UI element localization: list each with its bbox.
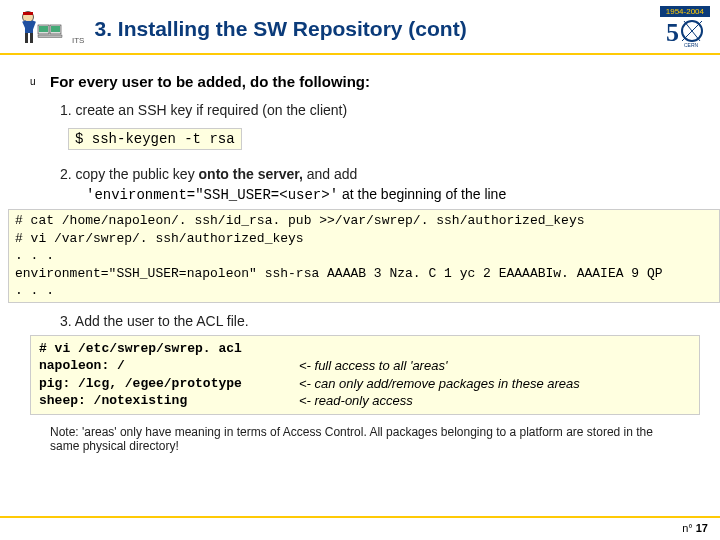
svg-rect-11 [38,35,62,38]
step-2-code: # cat /home/napoleon/. ssh/id_rsa. pub >… [8,209,720,303]
step-2-sub-code: 'environment="SSH_USER=<user>' [86,187,338,203]
step-2-bold: onto the server, [199,166,303,182]
acl-row: pig: /lcg, /egee/prototype<- can only ad… [39,375,691,393]
page-footer: n° 17 [682,522,708,534]
intro-text: For every user to be added, do the follo… [50,73,370,90]
badge-five: 5 [666,18,679,47]
anniversary-badge: 1954-2004 5 CERN [660,6,710,51]
intro-line: u For every user to be added, do the fol… [50,73,690,90]
svg-rect-6 [30,33,33,43]
badge-years: 1954-2004 [660,6,710,17]
cartoon-icon [10,7,64,51]
acl-row: napoleon: /<- full access to all 'areas' [39,357,691,375]
page-number: 17 [696,522,708,534]
footer-separator [0,516,720,518]
step-2-sub: 'environment="SSH_USER=<user>' at the be… [86,186,690,203]
badge-logo-icon: 5 CERN [660,17,710,51]
slide-header: ITS 3. Installing the SW Repository (con… [0,0,720,55]
step-2-text-b: and add [303,166,358,182]
acl-cmd: # vi /etc/swrep/swrep. acl [39,340,299,358]
step-3-text: 3. Add the user to the ACL file. [60,313,249,329]
slide-title: 3. Installing the SW Repository (cont) [94,17,653,41]
step-1-text: 1. create an SSH key if required (on the… [60,102,347,118]
slide-content: u For every user to be added, do the fol… [0,55,720,453]
step-3: 3. Add the user to the ACL file. [60,313,690,329]
svg-text:CERN: CERN [684,42,699,47]
svg-rect-10 [51,26,60,32]
step-2-text-a: 2. copy the public key [60,166,199,182]
footnote: Note: 'areas' only have meaning in terms… [50,425,670,453]
step-1: 1. create an SSH key if required (on the… [60,102,690,118]
its-label: ITS [72,36,84,45]
acl-row: sheep: /notexisting<- read-only access [39,392,691,410]
step-2: 2. copy the public key onto the server, … [60,166,690,182]
acl-box: # vi /etc/swrep/swrep. acl napoleon: /<-… [30,335,700,415]
page-prefix: n° [682,522,693,534]
svg-rect-1 [23,12,33,15]
step-1-code: $ ssh-keygen -t rsa [68,128,242,150]
svg-rect-8 [39,26,48,32]
bullet-icon: u [30,76,36,87]
step-2-sub-rest: at the beginning of the line [338,186,506,202]
svg-rect-5 [25,33,28,43]
svg-line-14 [684,21,700,41]
